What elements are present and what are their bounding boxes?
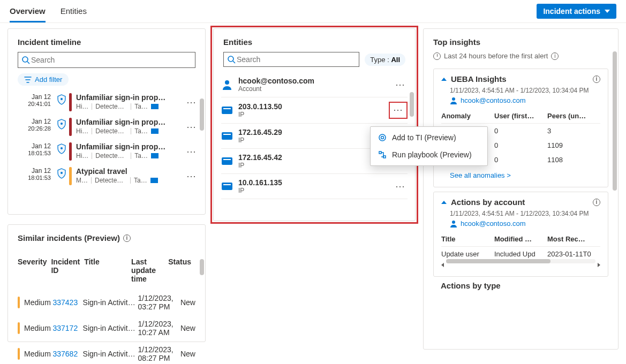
incident-updated: 1/12/2023, 03:27 PM — [138, 294, 180, 311]
info-icon[interactable]: i — [123, 234, 131, 242]
actions-by-type-title: Actions by type — [424, 281, 618, 290]
ueba-user-link[interactable]: hcook@contoso.com — [450, 96, 600, 104]
scroll-right-icon[interactable] — [598, 263, 600, 267]
entity-row[interactable]: hcook@contoso.com Account ⋯ — [221, 72, 408, 97]
timeline-time: Jan 1218:01:53 — [24, 167, 54, 181]
entity-more-button[interactable]: ⋯ — [393, 178, 408, 194]
info-icon[interactable]: i — [593, 199, 600, 206]
entity-row[interactable]: 203.0.113.50 IP ⋯ — [221, 97, 408, 124]
entity-more-button[interactable]: ⋯ — [389, 102, 408, 119]
ctx-add-to-ti[interactable]: Add to TI (Preview) — [371, 129, 487, 146]
info-icon[interactable]: i — [551, 52, 559, 60]
incident-id-link[interactable]: 337172 — [52, 324, 82, 332]
incident-actions-button[interactable]: Incident actions — [537, 4, 616, 19]
table-row[interactable]: Medium 337682 Sign-in Activity from Susp… — [18, 341, 195, 364]
ueba-col-user[interactable]: User (first… — [494, 112, 547, 120]
filter-icon — [24, 76, 32, 84]
table-row[interactable]: Medium 337423 Sign-in Activity from Susp… — [18, 290, 195, 315]
svg-rect-11 — [379, 151, 381, 154]
svg-line-7 — [233, 61, 235, 63]
incident-updated: 1/12/2023, 10:27 AM — [138, 320, 180, 337]
actions-col-title[interactable]: Title — [441, 235, 494, 243]
svg-point-8 — [225, 80, 229, 85]
chevron-down-icon — [605, 10, 610, 13]
more-actions-button[interactable]: ⋯ — [184, 142, 199, 161]
entity-type: IP — [238, 136, 388, 144]
timeline-search-input[interactable] — [30, 55, 192, 65]
more-actions-button[interactable]: ⋯ — [184, 167, 199, 185]
more-actions-button[interactable]: ⋯ — [184, 118, 199, 136]
search-icon — [227, 55, 236, 64]
incident-status: New — [180, 298, 195, 307]
add-filter-label: Add filter — [35, 75, 62, 84]
svg-point-2 — [61, 98, 63, 100]
ctx-run-playbook[interactable]: Run playbook (Preview) — [371, 146, 487, 163]
col-incident-id[interactable]: Incident ID — [51, 257, 84, 283]
shield-icon — [56, 168, 67, 179]
entity-name: 10.0.161.135 — [238, 178, 388, 187]
svg-point-6 — [228, 56, 233, 62]
timeline-row[interactable]: Jan 1218:01:53 Unfamiliar sign-in prop… … — [24, 140, 199, 165]
col-status[interactable]: Status — [168, 257, 195, 283]
svg-point-14 — [452, 221, 455, 224]
top-insights-card: Top insights Last 24 hours before the fi… — [423, 28, 619, 350]
see-all-anomalies-link[interactable]: See all anomalies > — [450, 171, 600, 179]
svg-point-0 — [22, 57, 28, 62]
insights-title: Top insights — [424, 29, 618, 52]
tab-overview[interactable]: Overview — [10, 3, 46, 22]
actions-user-link[interactable]: hcook@contoso.com — [450, 219, 600, 228]
target-icon — [378, 133, 387, 142]
actions-daterange: 1/11/2023, 4:54:51 AM - 1/12/2023, 10:34… — [450, 210, 600, 217]
ueba-daterange: 1/11/2023, 4:54:51 AM - 1/12/2023, 10:34… — [450, 87, 600, 94]
entities-search-input[interactable] — [236, 55, 356, 64]
col-title[interactable]: Title — [84, 257, 131, 283]
type-filter-pill[interactable]: Type : All — [365, 54, 405, 66]
incident-id-link[interactable]: 337423 — [52, 298, 82, 307]
add-filter-button[interactable]: Add filter — [18, 73, 69, 86]
timeline-search[interactable] — [18, 52, 195, 68]
timeline-item-title: Unfamiliar sign-in prop… — [76, 93, 184, 102]
more-actions-button[interactable]: ⋯ — [184, 93, 199, 111]
timeline-row[interactable]: Jan 1220:26:28 Unfamiliar sign-in prop… … — [24, 116, 199, 140]
timeline-row[interactable]: Jan 1218:01:53 Atypical travel M… Detect… — [24, 165, 199, 189]
person-icon — [221, 79, 233, 90]
entity-type: Account — [238, 85, 388, 93]
ueba-col-peers[interactable]: Peers (un… — [547, 112, 600, 120]
shield-icon — [56, 143, 67, 154]
svg-point-9 — [379, 134, 386, 141]
timeline-item-title: Atypical travel — [76, 167, 184, 176]
entities-search[interactable] — [223, 52, 359, 67]
chevron-up-icon[interactable] — [441, 201, 447, 204]
tab-entities[interactable]: Entities — [61, 3, 87, 22]
info-icon[interactable]: i — [593, 75, 600, 83]
col-severity[interactable]: Severity — [18, 257, 51, 283]
entity-more-button[interactable]: ⋯ — [393, 77, 408, 93]
incident-actions-label: Incident actions — [543, 7, 600, 16]
timeline-row[interactable]: Jan 1220:41:01 Unfamiliar sign-in prop… … — [24, 91, 199, 116]
ueba-col-anomaly[interactable]: Anomaly — [441, 112, 494, 120]
actions-col-modified[interactable]: Modified … — [494, 235, 547, 243]
actions-col-recent[interactable]: Most Rec… — [547, 235, 600, 243]
scrollbar-thumb[interactable] — [200, 98, 204, 131]
person-icon — [450, 220, 457, 228]
entity-name: 172.16.45.29 — [238, 128, 388, 136]
clock-icon — [433, 52, 441, 60]
scroll-left-icon[interactable] — [441, 263, 444, 267]
chevron-up-icon[interactable] — [441, 78, 447, 81]
scrollbar-thumb[interactable] — [613, 51, 617, 191]
table-row[interactable]: Medium 337172 Sign-in Activity from Susp… — [18, 315, 195, 341]
insights-timerange: Last 24 hours before the first alert — [444, 52, 548, 60]
timeline-item-title: Unfamiliar sign-in prop… — [76, 142, 184, 151]
incident-title: Sign-in Activity from Suspicious … — [83, 350, 138, 358]
hscroll-thumb[interactable] — [446, 259, 550, 263]
entity-row[interactable]: 10.0.161.135 IP ⋯ — [221, 174, 408, 199]
incident-id-link[interactable]: 337682 — [52, 350, 82, 358]
col-updated[interactable]: Last update time — [131, 257, 168, 283]
tactic-icon — [151, 128, 159, 134]
ueba-title: UEBA Insights — [451, 74, 507, 84]
person-icon — [450, 97, 457, 104]
timeline-time: Jan 1220:26:28 — [24, 118, 54, 132]
scrollbar-thumb[interactable] — [410, 92, 414, 117]
scrollbar-thumb[interactable] — [200, 259, 204, 275]
incident-status: New — [180, 350, 195, 358]
